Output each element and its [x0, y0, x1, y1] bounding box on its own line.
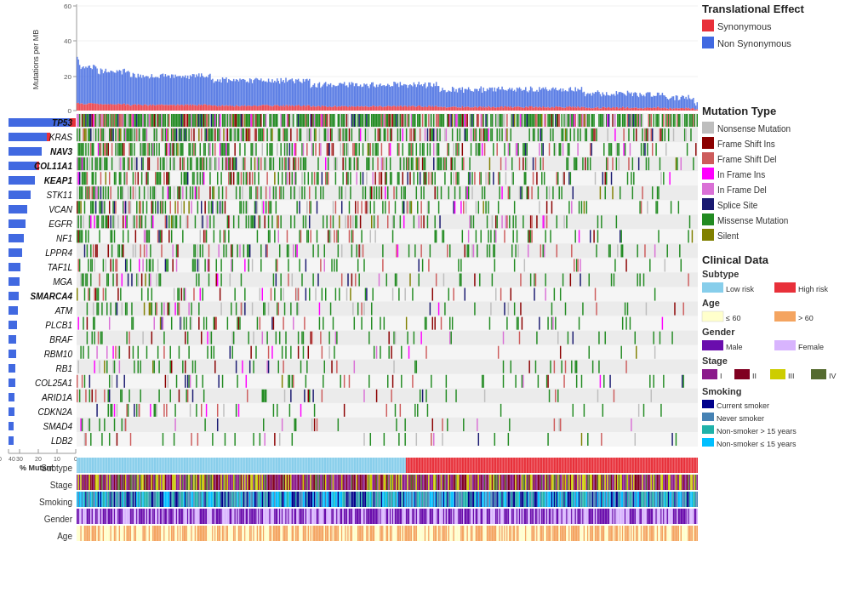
svg-rect-3796 [130, 475, 131, 490]
svg-rect-4836 [388, 475, 389, 490]
svg-rect-1855 [434, 317, 435, 330]
svg-rect-4481 [300, 475, 301, 490]
svg-rect-3297 [522, 107, 523, 111]
svg-rect-2103 [511, 114, 512, 127]
svg-rect-5768 [620, 509, 620, 524]
svg-rect-2456 [633, 172, 634, 185]
svg-rect-1092 [255, 346, 256, 359]
svg-rect-3437 [608, 107, 609, 111]
svg-rect-5459 [543, 526, 544, 541]
svg-rect-5512 [557, 492, 557, 507]
svg-rect-1108 [260, 288, 260, 301]
svg-rect-924 [220, 303, 221, 316]
svg-rect-5802 [628, 492, 629, 507]
svg-rect-1898 [447, 418, 448, 431]
svg-rect-3726 [112, 475, 113, 490]
svg-rect-834 [203, 317, 204, 330]
svg-rect-5208 [481, 509, 482, 524]
svg-rect-4953 [417, 509, 418, 524]
svg-rect-1835 [430, 303, 431, 316]
svg-rect-1347 [309, 201, 310, 213]
svg-rect-1406 [324, 114, 325, 127]
svg-rect-5979 [671, 526, 672, 541]
svg-rect-319 [114, 418, 115, 431]
svg-rect-1654 [385, 186, 385, 199]
svg-rect-4757 [368, 492, 369, 507]
svg-rect-1952 [465, 128, 465, 141]
svg-rect-4848 [391, 509, 391, 524]
svg-rect-1867 [438, 143, 439, 156]
svg-rect-358 [120, 288, 121, 301]
te-synonymous-label: Synonymous [717, 21, 772, 31]
svg-rect-5687 [600, 492, 601, 507]
svg-rect-5469 [545, 526, 545, 541]
svg-rect-4712 [357, 492, 358, 507]
svg-rect-3522 [662, 93, 663, 108]
svg-rect-1990 [476, 230, 477, 242]
svg-rect-1676 [391, 114, 391, 127]
svg-rect-538 [151, 215, 152, 228]
svg-rect-4984 [425, 526, 425, 541]
svg-rect-4744 [365, 526, 366, 541]
svg-rect-4780 [374, 458, 375, 473]
svg-rect-3039 [361, 106, 362, 111]
svg-rect-3863 [146, 509, 147, 524]
svg-rect-1295 [298, 332, 299, 344]
svg-rect-4699 [354, 526, 355, 541]
svg-rect-3504 [651, 97, 652, 108]
svg-rect-2649 [119, 104, 120, 111]
svg-rect-1812 [425, 128, 425, 141]
svg-rect-2224 [549, 143, 550, 156]
svg-rect-5780 [623, 458, 624, 473]
svg-rect-5575 [573, 458, 574, 473]
svg-rect-5298 [503, 509, 504, 524]
svg-rect-5737 [612, 492, 613, 507]
svg-rect-1186 [276, 259, 277, 271]
svg-rect-4366 [271, 475, 272, 490]
svg-rect-2678 [138, 74, 139, 105]
svg-rect-1157 [269, 201, 270, 213]
svg-rect-5797 [627, 492, 628, 507]
svg-rect-3050 [368, 88, 369, 107]
svg-rect-622 [166, 172, 167, 185]
svg-rect-5336 [512, 475, 513, 490]
svg-rect-4172 [223, 492, 224, 507]
svg-rect-4472 [298, 492, 299, 507]
svg-rect-832 [203, 172, 204, 185]
svg-rect-3373 [568, 106, 569, 111]
svg-rect-5896 [652, 475, 653, 490]
svg-rect-2619 [100, 104, 101, 111]
svg-rect-375 [123, 244, 123, 257]
svg-rect-3802 [131, 492, 132, 507]
svg-rect-115 [84, 288, 85, 301]
svg-rect-431 [133, 172, 134, 185]
svg-rect-3035 [358, 106, 359, 111]
svg-rect-4736 [363, 475, 364, 490]
svg-rect-875 [211, 332, 212, 344]
svg-rect-2031 [489, 157, 490, 170]
svg-rect-769 [192, 186, 193, 199]
svg-rect-1663 [387, 186, 388, 199]
svg-rect-1354 [310, 230, 311, 242]
svg-rect-4338 [264, 509, 265, 524]
svg-rect-4230 [238, 458, 239, 473]
svg-rect-2338 [585, 128, 585, 141]
svg-rect-4193 [228, 509, 229, 524]
svg-rect-1579 [366, 201, 367, 213]
svg-rect-4676 [349, 475, 350, 490]
svg-rect-1365 [312, 390, 313, 402]
svg-rect-1451 [335, 157, 336, 170]
svg-rect-3412 [593, 94, 594, 108]
svg-rect-4405 [282, 458, 283, 473]
svg-rect-4093 [203, 509, 204, 524]
svg-rect-1276 [294, 186, 295, 199]
svg-rect-1723 [403, 143, 403, 156]
svg-rect-844 [206, 128, 207, 141]
svg-rect-4990 [427, 458, 428, 473]
svg-rect-6050 [690, 458, 691, 473]
svg-rect-3609 [83, 526, 83, 541]
svg-rect-160 [90, 259, 91, 271]
svg-rect-3651 [94, 475, 94, 490]
svg-rect-1112 [260, 128, 261, 141]
svg-rect-4722 [360, 492, 361, 507]
